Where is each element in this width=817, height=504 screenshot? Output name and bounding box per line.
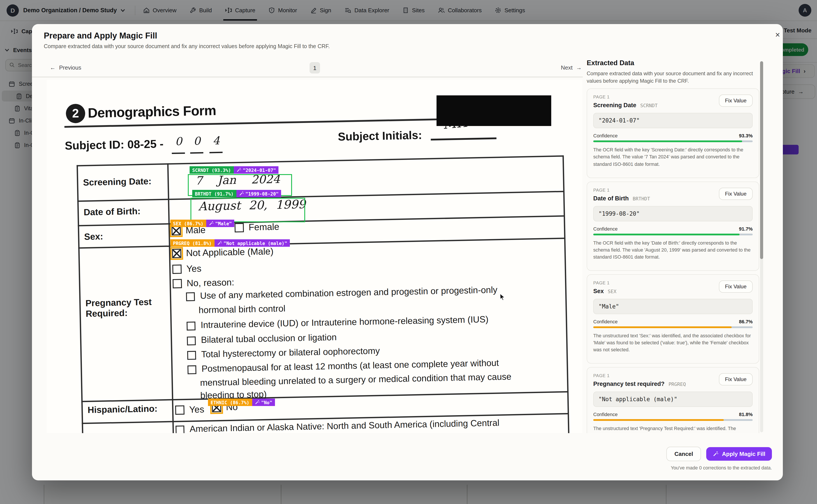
next-page-button[interactable]: Next → [561, 64, 582, 71]
confidence-label: Confidence [593, 133, 618, 138]
arrow-right-icon: → [576, 64, 582, 71]
checkbox[interactable] [186, 322, 195, 331]
extracted-field-card-pregnancy: PAGE 1 Pregnancy test required? PRGREQ F… [587, 367, 759, 433]
hispanic-yes-option[interactable]: Yes [175, 404, 204, 415]
app-root: D Demo Organization / Demo Study Overvie… [0, 0, 817, 504]
pregnancy-not-applicable-option[interactable]: Not Applicable (Male) [172, 246, 274, 259]
magic-wand-icon [713, 451, 719, 457]
reason-item[interactable]: Bilateral tubal occlusion or ligation [187, 332, 337, 345]
extracted-field-card-sex: PAGE 1 Sex SEX Fix Value "Male" Confiden… [587, 274, 759, 364]
field-description: The unstructured text 'Sex:' was identif… [593, 332, 753, 353]
panel-scrollbar-track[interactable] [760, 61, 763, 432]
fix-value-button[interactable]: Fix Value [719, 373, 753, 386]
form-title: Demographics Form [87, 103, 216, 121]
checkbox[interactable] [187, 351, 196, 360]
redaction-box [436, 95, 551, 126]
table-border [78, 238, 565, 249]
checkbox[interactable] [175, 425, 184, 433]
checkbox[interactable] [187, 365, 196, 374]
checkbox[interactable] [186, 292, 195, 301]
reason-item-line: menstrual bleeding unrelated to a surger… [200, 371, 511, 388]
blank-line [210, 152, 223, 153]
reason-item[interactable]: Total hysterectomy or bilateral oophorec… [187, 345, 380, 360]
source-document-viewer[interactable]: 2 Demographics Form Subject ID: 08-25 - … [47, 80, 582, 433]
reason-item[interactable]: Intrauterine device (IUD) or Intrauterin… [186, 314, 488, 331]
fix-value-button[interactable]: Fix Value [719, 187, 753, 200]
checkbox[interactable] [172, 264, 182, 274]
table-border [77, 165, 83, 433]
blank-line [190, 152, 203, 154]
table-border [81, 391, 568, 402]
subject-initials-label: Subject Initials: [338, 128, 422, 144]
confidence-percent: 93.3% [739, 133, 753, 138]
field-description: The OCR field with the key 'Date of Birt… [593, 239, 753, 260]
confidence-bar [593, 140, 753, 142]
corrections-note: You've made 0 corrections to the extract… [671, 465, 772, 470]
reason-item[interactable]: Postmenopausal for at least 12 months (a… [187, 357, 499, 374]
annotation-sex[interactable]: SEX (86.7%) "Male" [170, 220, 235, 227]
magic-wand-icon [236, 168, 241, 172]
table-border [77, 191, 564, 202]
blank-line [172, 152, 185, 154]
confidence-percent: 91.7% [739, 226, 753, 231]
field-name: Pregnancy test required? [593, 381, 665, 387]
magic-fill-modal: Prepare and Apply Magic Fill Compare ext… [32, 24, 783, 480]
magic-wand-icon [255, 400, 260, 405]
fix-value-button[interactable]: Fix Value [719, 95, 753, 107]
extracted-value[interactable]: "1999-08-20" [593, 206, 753, 221]
extracted-data-panel[interactable]: Extracted Data Compare extracted data wi… [587, 59, 759, 433]
panel-subtitle: Compare extracted data with your source … [587, 70, 758, 85]
field-key: BRTHDT [633, 196, 650, 201]
previous-page-button[interactable]: ← Previous [50, 64, 81, 71]
mouse-cursor [499, 293, 506, 301]
divider [32, 77, 583, 77]
extracted-field-card-date-of-birth: PAGE 1 Date of Birth BRTHDT Fix Value "1… [587, 181, 759, 271]
sex-female-option[interactable]: Female [235, 221, 279, 233]
checkbox[interactable] [235, 223, 244, 232]
row-label: Hispanic/Latino: [87, 403, 157, 415]
field-name: Date of Birth [593, 195, 629, 201]
row-label: Screening Date: [83, 176, 151, 188]
confidence-label: Confidence [593, 226, 618, 231]
page-badge: PAGE 1 [593, 95, 658, 99]
checkbox[interactable] [172, 279, 182, 288]
subject-id-label: Subject ID: 08-25 - [65, 137, 163, 153]
annotation-scrndt[interactable]: SCRNDT (93.3%) "2024-01-07" [189, 166, 279, 174]
row-label: Date of Birth: [84, 206, 141, 217]
field-key: SEX [608, 289, 617, 294]
close-icon[interactable]: × [772, 29, 783, 41]
pregnancy-no-option[interactable]: No, reason: [172, 277, 234, 289]
apply-magic-fill-button[interactable]: Apply Magic Fill [706, 447, 772, 461]
panel-scrollbar-thumb[interactable] [760, 61, 763, 259]
annotation-prgreq[interactable]: PRGREQ (81.8%) "Not applicable (male)" [170, 239, 290, 247]
magic-wand-icon [209, 221, 214, 226]
page-number-pill[interactable]: 1 [310, 62, 320, 73]
modal-subtitle: Compare extracted data with your source … [44, 43, 330, 49]
pregnancy-yes-option[interactable]: Yes [172, 263, 201, 274]
annotation-brthdt[interactable]: BRTHDT (91.7%) "1999-08-20" [192, 190, 281, 197]
fix-value-button[interactable]: Fix Value [719, 280, 753, 293]
checkbox[interactable] [175, 405, 184, 415]
confidence-percent: 86.7% [739, 319, 753, 324]
confidence-label: Confidence [593, 319, 618, 324]
row-label: Sex: [84, 231, 103, 242]
page-badge: PAGE 1 [593, 373, 686, 378]
ocr-bounding-box-dob [190, 198, 305, 222]
checkbox-checked[interactable] [172, 249, 181, 258]
checkbox[interactable] [187, 336, 196, 345]
extracted-value[interactable]: "Male" [593, 299, 753, 314]
field-name: Screening Date [593, 102, 637, 109]
panel-title: Extracted Data [587, 59, 759, 67]
extracted-value[interactable]: "2024-01-07" [593, 113, 753, 128]
table-border [77, 155, 563, 166]
field-description: The OCR field with the key 'Screening Da… [593, 146, 753, 167]
annotation-ethnic[interactable]: ETHNIC (86.7%) "No" [208, 399, 275, 406]
magic-wand-icon [239, 191, 244, 196]
confidence-percent: 81.8% [739, 412, 753, 417]
form-number-badge: 2 [66, 104, 85, 123]
cancel-button[interactable]: Cancel [667, 447, 701, 461]
page-badge: PAGE 1 [593, 187, 650, 192]
checkbox-checked[interactable] [171, 226, 181, 235]
modal-title: Prepare and Apply Magic Fill [44, 31, 157, 41]
extracted-value[interactable]: "Not applicable (male)" [593, 392, 753, 407]
